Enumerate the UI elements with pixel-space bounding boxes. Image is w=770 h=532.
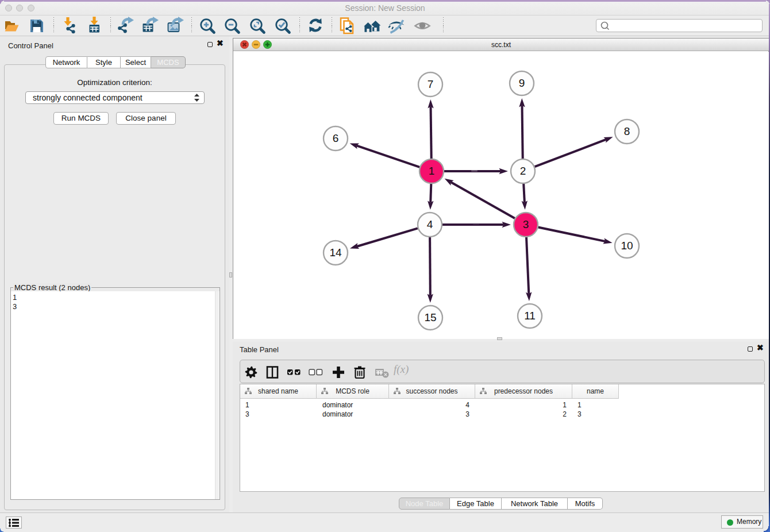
svg-text:8: 8 [624,125,630,137]
svg-text:3: 3 [523,218,529,230]
svg-text:1: 1 [429,165,435,177]
svg-text:2: 2 [520,165,526,177]
svg-text:14: 14 [329,246,342,259]
svg-text:9: 9 [519,77,525,89]
svg-text:11: 11 [524,310,536,322]
svg-text:7: 7 [428,78,434,90]
svg-text:10: 10 [621,240,633,252]
svg-text:4: 4 [427,218,433,230]
svg-text:15: 15 [424,311,436,323]
svg-text:6: 6 [333,132,339,144]
